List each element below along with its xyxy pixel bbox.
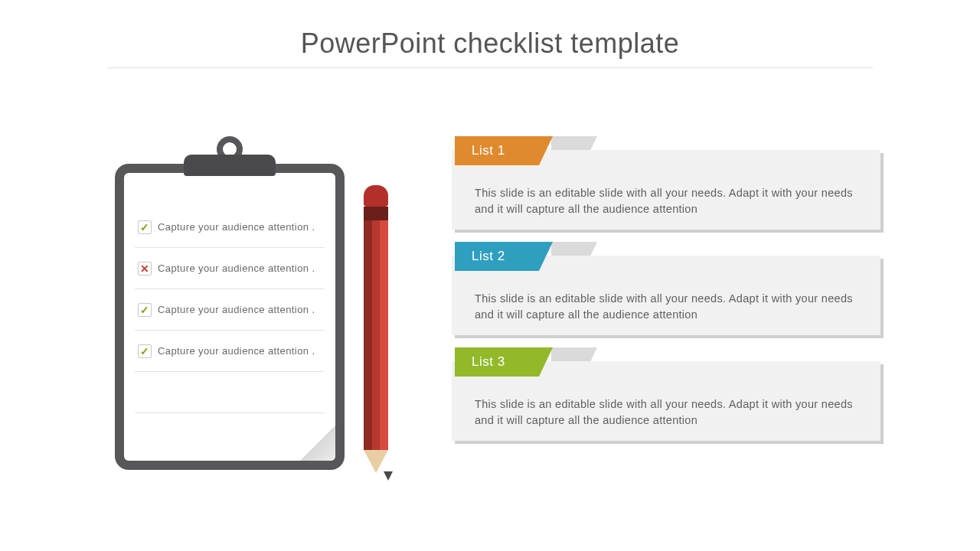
clip-bar-icon: [184, 155, 276, 176]
clipboard-paper: ✓ Capture your audience attention . ✕ Ca…: [124, 173, 335, 461]
checklist-text: Capture your audience attention .: [158, 221, 315, 233]
checklist-text: Capture your audience attention .: [158, 304, 315, 315]
checklist-text: Capture your audience attention .: [158, 262, 315, 274]
checklist-row-empty: [135, 372, 325, 413]
checkbox-icon: ✓: [138, 344, 152, 358]
checklist-row: ✓ Capture your audience attention .: [135, 289, 325, 331]
tab-shadow: [551, 136, 597, 165]
cross-icon: ✕: [140, 263, 149, 274]
pencil-icon: [364, 185, 388, 491]
title-divider: [107, 67, 873, 69]
checklist-row-empty: [135, 413, 325, 455]
list-body-text: This slide is an editable slide with all…: [475, 396, 864, 429]
list-tab-label: List 2: [472, 249, 505, 264]
checklist-row: ✓ Capture your audience attention .: [135, 207, 325, 248]
tab-shadow: [551, 347, 597, 377]
checkmark-icon: ✓: [140, 305, 149, 315]
checkmark-icon: ✓: [140, 346, 149, 357]
list-card: List 1 This slide is an editable slide w…: [452, 150, 880, 230]
list-card: List 3 This slide is an editable slide w…: [452, 361, 880, 441]
list-tab: List 3: [455, 347, 553, 377]
checklist-row: ✕ Capture your audience attention .: [135, 248, 325, 289]
list-body-text: This slide is an editable slide with all…: [475, 291, 864, 323]
clipboard-graphic: ✓ Capture your audience attention . ✕ Ca…: [115, 150, 345, 479]
tab-shadow: [551, 242, 597, 271]
list-card: List 2 This slide is an editable slide w…: [452, 256, 880, 335]
slide-title: PowerPoint checklist template: [0, 28, 980, 60]
list-tab: List 1: [455, 136, 553, 165]
checkmark-icon: ✓: [140, 222, 149, 233]
list-tab-label: List 3: [472, 354, 505, 370]
checkbox-icon: ✕: [138, 262, 152, 276]
list-cards: List 1 This slide is an editable slide w…: [452, 150, 893, 467]
list-tab-label: List 1: [472, 143, 505, 158]
list-tab: List 2: [455, 242, 553, 271]
checkbox-icon: ✓: [138, 303, 152, 317]
checklist-row: ✓ Capture your audience attention .: [135, 331, 325, 372]
checklist-text: Capture your audience attention .: [158, 345, 315, 357]
checkbox-icon: ✓: [138, 220, 152, 234]
list-body-text: This slide is an editable slide with all…: [475, 185, 864, 217]
